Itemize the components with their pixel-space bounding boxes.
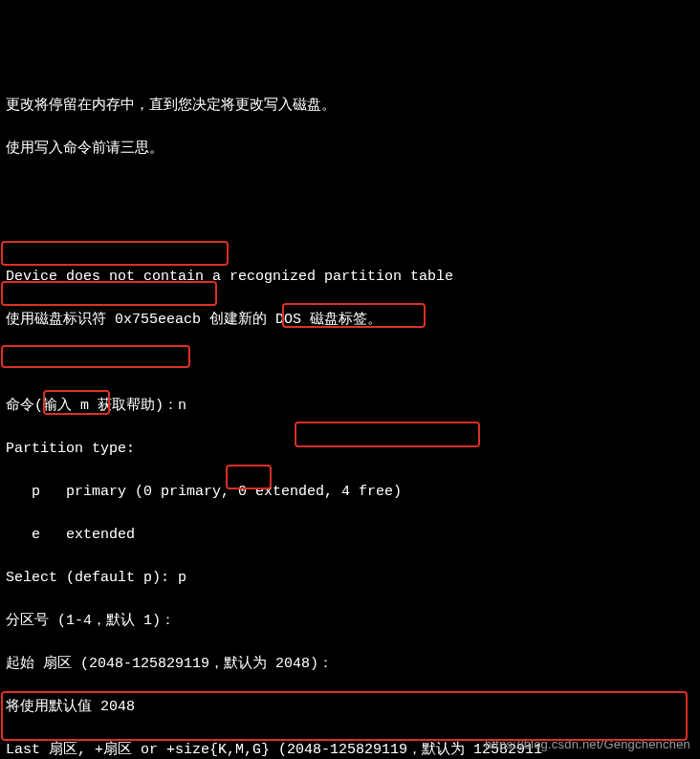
terminal-prompt: 起始 扇区 (2048-125829119，默认为 2048)： — [6, 654, 694, 676]
terminal-line: 使用磁盘标识符 0x755eeacb 创建新的 DOS 磁盘标签。 — [6, 310, 694, 332]
terminal-line: 将使用默认值 2048 — [6, 697, 694, 719]
terminal-line — [6, 353, 694, 374]
terminal-prompt: 分区号 (1-4，默认 1)： — [6, 611, 694, 633]
terminal-line: Partition type: — [6, 439, 694, 461]
terminal-prompt: Select (default p): p — [6, 568, 694, 590]
terminal-line: Device does not contain a recognized par… — [6, 267, 694, 289]
terminal-line: 更改将停留在内存中，直到您决定将更改写入磁盘。 — [6, 96, 694, 118]
terminal-line: p primary (0 primary, 0 extended, 4 free… — [6, 482, 694, 504]
highlight-box — [1, 241, 229, 266]
terminal-line: 使用写入命令前请三思。 — [6, 139, 694, 161]
terminal-line — [6, 182, 694, 203]
watermark: https://blog.csdn.net/Gengchenchen — [485, 735, 690, 754]
terminal-prompt: 命令(输入 m 获取帮助)：n — [6, 396, 694, 418]
terminal-line — [6, 225, 694, 246]
terminal-line: e extended — [6, 525, 694, 547]
